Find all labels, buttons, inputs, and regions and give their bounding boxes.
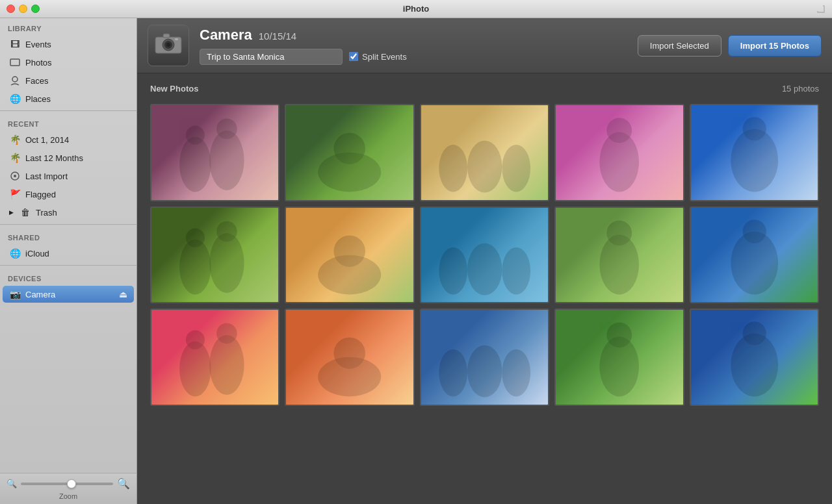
sidebar-item-places-label: Places (25, 94, 51, 104)
camera-eject-icon[interactable]: ⏏ (119, 289, 127, 299)
photo-12[interactable] (285, 309, 414, 406)
maximize-button[interactable] (31, 5, 40, 13)
svg-point-31 (502, 247, 530, 294)
header-middle-row: Split Events (200, 49, 627, 65)
divider-1 (0, 110, 136, 111)
import-all-button[interactable]: Import 15 Photos (728, 35, 822, 57)
photo-10[interactable] (690, 207, 819, 304)
titlebar: iPhoto (0, 0, 832, 18)
photo-11[interactable] (150, 309, 280, 406)
split-events-row: Split Events (349, 52, 407, 62)
flag-icon: 🚩 (9, 188, 21, 200)
sidebar-item-photos-label: Photos (25, 58, 51, 68)
photo-13[interactable] (420, 309, 549, 406)
photo-6[interactable] (150, 207, 280, 304)
camera-large-icon (154, 31, 183, 60)
svg-rect-8 (163, 34, 170, 38)
svg-point-15 (334, 132, 366, 164)
sidebar-item-last12months-label: Last 12 Months (25, 153, 83, 163)
svg-point-25 (209, 233, 244, 292)
sidebar-item-lastimport[interactable]: Last Import (3, 168, 134, 184)
svg-point-24 (186, 228, 205, 247)
sidebar-item-photos[interactable]: Photos (3, 54, 134, 71)
zoom-out-icon: 🔍 (6, 479, 17, 488)
new-photos-label: New Photos (150, 84, 198, 94)
svg-point-16 (439, 145, 467, 192)
shared-section-label: SHARED (0, 227, 136, 244)
sidebar-item-faces[interactable]: Faces (3, 72, 134, 89)
photo-5[interactable] (690, 104, 819, 201)
svg-point-17 (467, 141, 502, 193)
devices-section-label: DEVICES (0, 268, 136, 285)
resize-icon[interactable] (816, 5, 826, 14)
svg-point-42 (439, 349, 467, 397)
main-layout: LIBRARY 🎞 Events Photos Faces 🌐 Places R… (0, 18, 832, 504)
import-selected-button[interactable]: Import Selected (638, 35, 722, 57)
recent-section-label: RECENT (0, 114, 136, 131)
sidebar-item-icloud-label: iCloud (25, 249, 49, 258)
svg-point-41 (334, 338, 366, 370)
sidebar-item-flagged[interactable]: 🚩 Flagged (3, 186, 134, 203)
minimize-button[interactable] (19, 5, 27, 13)
photo-4[interactable] (554, 104, 684, 201)
photo-grid (150, 104, 819, 406)
lastimport-icon (9, 170, 21, 182)
sidebar-item-last12months[interactable]: 🌴 Last 12 Months (3, 149, 134, 166)
content-area: Camera 10/15/14 Split Events Import Sele… (137, 18, 832, 504)
zoom-slider[interactable] (21, 483, 113, 485)
sidebar-item-trash-label: Trash (36, 208, 57, 218)
photos-icon (9, 57, 21, 68)
sidebar-item-camera[interactable]: 📷 Camera ⏏ (3, 286, 134, 303)
svg-rect-9 (175, 38, 178, 40)
svg-point-37 (186, 331, 205, 349)
camera-date: 10/15/14 (259, 31, 296, 42)
svg-point-13 (216, 119, 237, 140)
sidebar-item-events[interactable]: 🎞 Events (3, 36, 134, 53)
photo-3[interactable] (420, 104, 549, 201)
divider-2 (0, 224, 136, 225)
svg-point-30 (467, 243, 502, 295)
sidebar-item-oct2014[interactable]: 🌴 Oct 1, 2014 (3, 131, 134, 148)
header-title-row: Camera 10/15/14 (200, 27, 627, 44)
new-photos-header: New Photos 15 photos (150, 84, 819, 94)
zoom-in-icon: 🔍 (117, 477, 130, 490)
window-title: iPhoto (403, 4, 429, 14)
camera-sidebar-icon: 📷 (9, 288, 21, 300)
sidebar: LIBRARY 🎞 Events Photos Faces 🌐 Places R… (0, 18, 137, 504)
svg-point-48 (742, 321, 766, 345)
svg-point-12 (209, 131, 244, 190)
photo-7[interactable] (285, 207, 414, 304)
svg-point-33 (606, 220, 632, 246)
event-name-input[interactable] (200, 49, 343, 65)
window-controls (6, 5, 40, 13)
svg-rect-0 (10, 59, 20, 66)
photo-8[interactable] (420, 207, 549, 304)
photo-1[interactable] (150, 104, 280, 201)
close-button[interactable] (6, 5, 15, 13)
zoom-label: Zoom (6, 492, 130, 500)
photo-15[interactable] (690, 309, 819, 406)
photo-14[interactable] (554, 309, 684, 406)
zoom-slider-thumb[interactable] (67, 479, 76, 488)
svg-point-10 (179, 137, 211, 192)
faces-icon (9, 75, 21, 86)
sidebar-item-places[interactable]: 🌐 Places (3, 90, 134, 107)
import-buttons: Import Selected Import 15 Photos (638, 35, 822, 57)
divider-3 (0, 265, 136, 266)
sidebar-item-events-label: Events (25, 40, 51, 49)
svg-point-44 (502, 349, 530, 397)
split-events-checkbox[interactable] (349, 52, 358, 61)
svg-point-7 (166, 43, 170, 47)
trash-icon: 🗑 (20, 207, 31, 218)
svg-point-46 (606, 323, 632, 348)
sidebar-item-flagged-label: Flagged (25, 190, 56, 199)
sidebar-item-trash[interactable]: ▶ 🗑 Trash (3, 204, 134, 221)
camera-icon-wrapper (148, 25, 189, 66)
svg-point-29 (439, 247, 467, 294)
photo-2[interactable] (285, 104, 414, 201)
svg-point-1 (12, 77, 18, 82)
events-icon: 🎞 (9, 38, 21, 50)
sidebar-item-icloud[interactable]: 🌐 iCloud (3, 245, 134, 262)
photo-9[interactable] (554, 207, 684, 304)
svg-point-26 (216, 221, 237, 242)
